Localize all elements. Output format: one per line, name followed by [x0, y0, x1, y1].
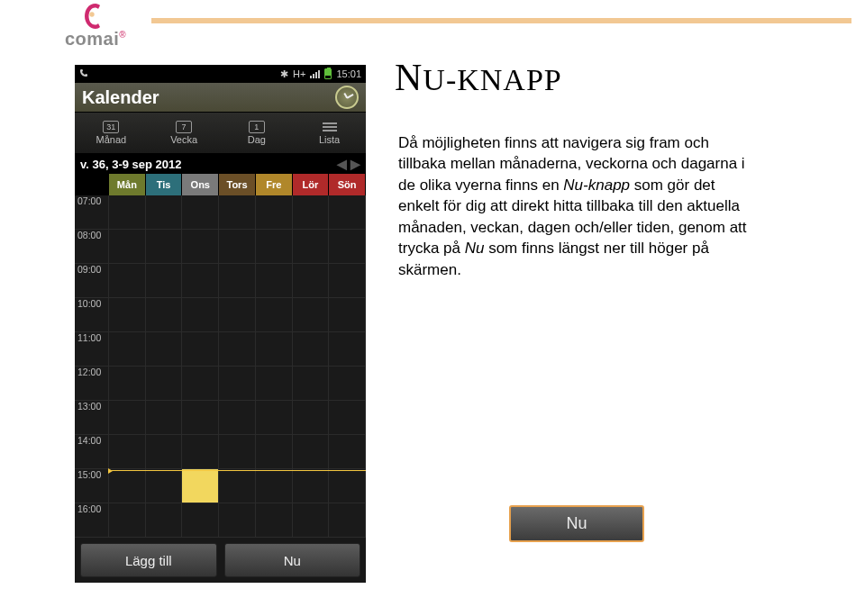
tab-month[interactable]: 31 Månad	[75, 113, 148, 153]
hour-label: 09:00	[75, 264, 108, 298]
tab-list[interactable]: Lista	[293, 113, 366, 153]
app-title-row: Kalender	[75, 83, 366, 113]
week-header-label: v. 36, 3-9 sep 2012	[80, 158, 182, 171]
clock-icon[interactable]	[335, 86, 359, 109]
app-title: Kalender	[82, 87, 159, 108]
now-button-label: Nu	[284, 553, 301, 568]
nu-button-callout[interactable]: Nu	[509, 505, 644, 542]
hour-label: 08:00	[75, 230, 108, 264]
week-nav[interactable]: ◀ ▶	[337, 157, 360, 171]
logo-text: comai®	[41, 29, 150, 50]
weekday-wed[interactable]: Ons	[182, 174, 219, 195]
calendar-week-icon: 7	[176, 121, 192, 133]
tab-day-label: Dag	[248, 134, 266, 145]
hour-label: 14:00	[75, 435, 108, 469]
weekday-fri[interactable]: Fre	[256, 174, 293, 195]
calendar-day-icon: 1	[249, 121, 265, 133]
now-button[interactable]: Nu	[224, 543, 361, 577]
tab-week-label: Vecka	[170, 134, 197, 145]
body-it2: Nu	[465, 240, 485, 257]
tab-month-label: Månad	[96, 134, 127, 145]
hour-label: 16:00	[75, 503, 108, 538]
logo-mark-icon	[83, 2, 108, 31]
weekday-sat[interactable]: Lör	[293, 174, 330, 195]
hour-label: 11:00	[75, 332, 108, 367]
hour-column: 07:00 08:00 09:00 10:00 11:00 12:00 13:0…	[75, 195, 109, 538]
weekday-thu[interactable]: Tors	[219, 174, 256, 195]
hour-label: 07:00	[75, 195, 108, 230]
weekday-row: Mån Tis Ons Tors Fre Lör Sön	[75, 174, 366, 195]
logo-word: comai	[65, 29, 119, 49]
tab-list-label: Lista	[319, 134, 340, 145]
week-grid[interactable]: 07:00 08:00 09:00 10:00 11:00 12:00 13:0…	[75, 195, 366, 538]
grid-cells[interactable]	[109, 195, 366, 538]
add-button-label: Lägg till	[125, 553, 172, 568]
weekday-sun[interactable]: Sön	[329, 174, 366, 195]
signal-icon	[310, 69, 320, 78]
add-button[interactable]: Lägg till	[80, 543, 217, 577]
hour-label: 15:00	[75, 469, 108, 503]
tab-week[interactable]: 7 Vecka	[148, 113, 221, 153]
bottom-bar: Lägg till Nu	[75, 538, 366, 583]
selected-cell[interactable]	[182, 469, 219, 503]
network-hplus-label: H+	[293, 68, 305, 79]
chevron-left-icon: ◀	[337, 157, 347, 171]
page-title-first: N	[395, 57, 423, 98]
page-title: NU-KNAPP	[395, 56, 562, 99]
current-time-marker	[109, 470, 366, 471]
hour-label: 13:00	[75, 401, 108, 435]
status-time: 15:01	[336, 68, 361, 79]
logo: comai®	[41, 2, 150, 50]
hour-label: 12:00	[75, 367, 108, 401]
logo-reg-icon: ®	[119, 30, 126, 40]
chevron-right-icon: ▶	[351, 157, 360, 171]
battery-icon	[324, 68, 332, 79]
tab-day[interactable]: 1 Dag	[221, 113, 294, 153]
status-bar: ✱ H+ 15:01	[75, 65, 366, 83]
calendar-month-icon: 31	[103, 121, 119, 133]
view-tabs: 31 Månad 7 Vecka 1 Dag Lista	[75, 113, 366, 154]
list-icon	[323, 121, 337, 133]
body-it1: Nu-knapp	[563, 177, 630, 194]
page-title-rest: U-KNAPP	[423, 63, 561, 96]
phone-icon	[79, 68, 88, 79]
weekday-tue[interactable]: Tis	[146, 174, 183, 195]
phone-screenshot: ✱ H+ 15:01 Kalender 31 Månad 7 Vecka 1 D…	[75, 65, 366, 583]
body-text: Då möjligheten finns att navigera sig fr…	[398, 132, 759, 280]
header-strip	[151, 18, 851, 23]
weekday-mon[interactable]: Mån	[109, 174, 146, 195]
bluetooth-icon: ✱	[280, 68, 288, 80]
hour-label: 10:00	[75, 298, 108, 332]
svg-point-0	[89, 12, 94, 16]
week-header: v. 36, 3-9 sep 2012 ◀ ▶	[75, 154, 366, 174]
nu-button-label: Nu	[566, 514, 587, 533]
